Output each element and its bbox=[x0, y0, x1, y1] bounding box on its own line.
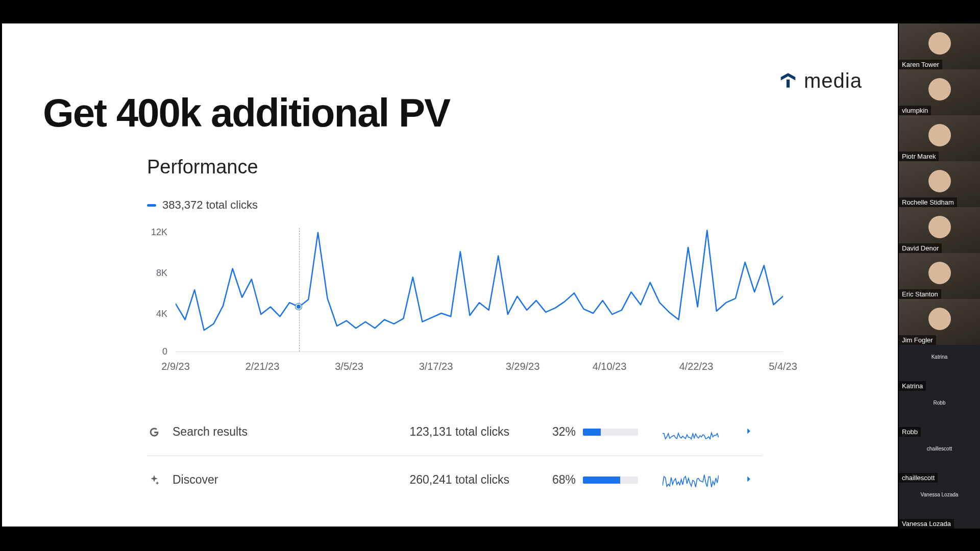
participant-name-label: vlumpkin bbox=[899, 106, 931, 115]
participant-placeholder-name: Vanessa Lozada bbox=[899, 492, 980, 497]
x-axis-labels: 2/9/232/21/233/5/233/17/233/29/234/10/23… bbox=[176, 361, 783, 376]
x-tick: 4/22/23 bbox=[679, 361, 714, 372]
slide-title: Get 400k additional PV bbox=[43, 90, 450, 136]
y-tick: 4K bbox=[147, 309, 167, 319]
participant-tile[interactable]: RobbRobb bbox=[899, 391, 980, 437]
x-tick: 2/9/23 bbox=[161, 361, 190, 372]
chart-line bbox=[176, 224, 783, 352]
presentation-slide: media Get 400k additional PV Performance… bbox=[2, 23, 898, 527]
y-tick: 8K bbox=[147, 268, 167, 279]
brand-logo: media bbox=[778, 69, 862, 92]
participant-tile[interactable]: Jim Fogler bbox=[899, 299, 980, 345]
google-icon bbox=[147, 425, 161, 439]
participant-name-label: Piotr Marek bbox=[899, 152, 939, 161]
participant-tile[interactable]: Vanessa LozadaVanessa Lozada bbox=[899, 483, 980, 529]
svg-rect-0 bbox=[787, 79, 790, 87]
brand-text: media bbox=[804, 69, 862, 92]
participant-name-label: chaillescott bbox=[899, 473, 938, 483]
source-name: Discover bbox=[173, 473, 366, 487]
x-tick: 4/10/23 bbox=[593, 361, 627, 372]
performance-card: Performance 383,372 total clicks 12K 8K … bbox=[125, 156, 788, 523]
x-tick: 3/5/23 bbox=[335, 361, 363, 372]
participant-placeholder-name: Robb bbox=[899, 400, 980, 406]
y-tick: 0 bbox=[147, 346, 167, 357]
participant-name-label: Rochelle Stidham bbox=[899, 197, 957, 207]
participant-name-label: Karen Tower bbox=[899, 60, 942, 69]
source-row-discover[interactable]: Discover260,241 total clicks68% bbox=[147, 456, 763, 504]
participant-name-label: Eric Stanton bbox=[899, 289, 941, 299]
x-tick: 2/21/23 bbox=[246, 361, 280, 372]
participant-tile[interactable]: vlumpkin bbox=[899, 69, 980, 115]
source-percent: 68% bbox=[530, 473, 576, 487]
source-progress bbox=[583, 429, 638, 436]
y-tick: 12K bbox=[147, 227, 167, 238]
source-row-search-results[interactable]: Search results123,131 total clicks32% bbox=[147, 408, 763, 456]
source-breakdown: Search results123,131 total clicks32%Dis… bbox=[125, 408, 763, 504]
performance-title: Performance bbox=[125, 156, 788, 178]
chevron-right-icon[interactable] bbox=[743, 425, 758, 439]
participant-tile[interactable]: chaillescottchaillescott bbox=[899, 437, 980, 483]
chart-cursor-dot bbox=[296, 304, 302, 310]
participant-name-label: Katrina bbox=[899, 381, 926, 391]
sparkle-icon bbox=[147, 473, 161, 487]
participant-tile[interactable]: David Denor bbox=[899, 207, 980, 253]
participant-tile[interactable]: KatrinaKatrina bbox=[899, 345, 980, 391]
x-tick: 3/29/23 bbox=[506, 361, 540, 372]
source-progress bbox=[583, 477, 638, 484]
participant-name-label: David Denor bbox=[899, 243, 942, 253]
participant-tile[interactable]: Eric Stanton bbox=[899, 253, 980, 299]
participant-tile[interactable]: Rochelle Stidham bbox=[899, 161, 980, 207]
chevron-right-icon[interactable] bbox=[743, 473, 758, 487]
source-percent: 32% bbox=[530, 425, 576, 439]
x-tick: 5/4/23 bbox=[769, 361, 797, 372]
chart-cursor-line bbox=[299, 228, 300, 352]
legend-label: 383,372 total clicks bbox=[162, 198, 258, 212]
participant-placeholder-name: chaillescott bbox=[899, 446, 980, 452]
source-name: Search results bbox=[173, 425, 366, 439]
brand-icon bbox=[778, 71, 798, 91]
participant-placeholder-name: Katrina bbox=[899, 354, 980, 360]
participant-name-label: Robb bbox=[899, 427, 921, 437]
source-sparkline bbox=[663, 471, 719, 489]
x-axis-line bbox=[176, 352, 783, 352]
legend-swatch bbox=[147, 204, 156, 207]
chart-legend: 383,372 total clicks bbox=[125, 198, 788, 212]
participant-tile[interactable]: Karen Tower bbox=[899, 23, 980, 69]
participant-name-label: Jim Fogler bbox=[899, 335, 936, 345]
source-clicks: 260,241 total clicks bbox=[366, 473, 509, 487]
x-tick: 3/17/23 bbox=[419, 361, 453, 372]
participant-name-label: Vanessa Lozada bbox=[899, 519, 954, 529]
performance-chart[interactable]: 12K 8K 4K 0 2/9/232/21/233/5/233/17/233/… bbox=[147, 224, 785, 377]
participant-tile[interactable]: Piotr Marek bbox=[899, 115, 980, 161]
source-sparkline bbox=[663, 423, 719, 441]
participant-strip: Karen TowervlumpkinPiotr MarekRochelle S… bbox=[899, 23, 980, 527]
source-clicks: 123,131 total clicks bbox=[366, 425, 509, 439]
